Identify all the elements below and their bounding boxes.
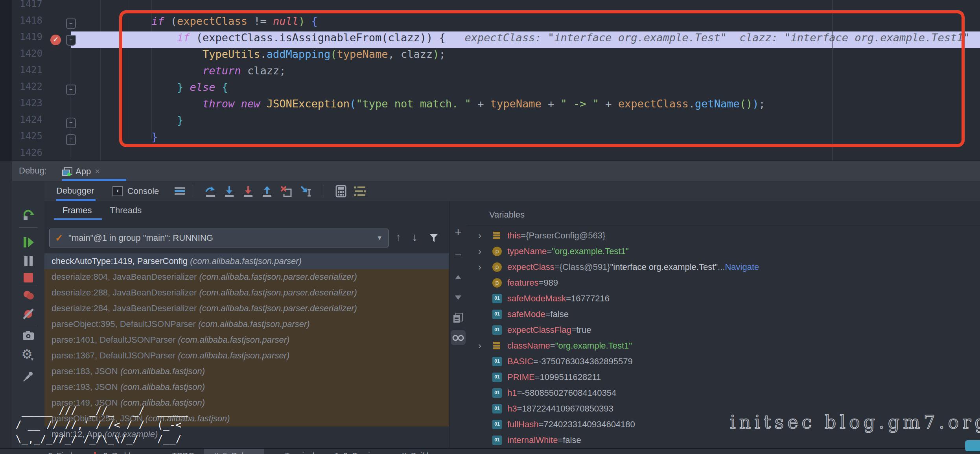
tab-debugger[interactable]: Debugger — [56, 186, 94, 197]
stack-frame-row[interactable]: parse:149, JSON (com.alibaba.fastjson) — [44, 395, 449, 411]
frame-down-button[interactable]: ↓ — [412, 231, 418, 244]
variable-name: PRIME — [507, 372, 535, 382]
gear-settings-icon[interactable]: ⚙▾ — [21, 348, 35, 363]
thread-selector-dropdown[interactable]: ✓ "main"@1 in group "main": RUNNING ▼ — [49, 229, 389, 247]
camera-thread-dump-icon[interactable] — [22, 330, 35, 341]
variable-row[interactable]: pfeatures = 989 — [466, 275, 980, 291]
stack-frame-row[interactable]: main:12, App (org.example) — [44, 426, 449, 442]
stack-frame-row[interactable]: checkAutoType:1419, ParserConfig (com.al… — [44, 253, 449, 269]
remove-watch-button[interactable]: − — [455, 248, 462, 262]
fold-marker-icon[interactable]: − — [66, 35, 76, 46]
variable-row[interactable]: 01fullHash = 7240233140934604180 — [466, 417, 980, 432]
stack-frame-row[interactable]: parse:1401, DefaultJSONParser (com.aliba… — [44, 332, 449, 348]
tab-frames[interactable]: Frames — [63, 205, 92, 216]
expand-chevron-icon[interactable]: › — [478, 246, 492, 257]
toolwindow-button-services[interactable]: ⚙0: Services — [324, 449, 392, 454]
mute-breakpoints-button[interactable] — [22, 308, 35, 320]
variable-row[interactable]: ›this = {ParserConfig@563} — [466, 228, 980, 244]
stack-frame-row[interactable]: deserialze:288, JavaBeanDeserializer (co… — [44, 285, 449, 301]
variable-row[interactable]: 01h3 = 1872244109670850393 — [466, 401, 980, 417]
layout-settings-icon[interactable] — [175, 187, 185, 195]
toolwindow-button-debug[interactable]: ✗5: Debug — [204, 449, 264, 454]
variable-row[interactable]: 01PRIME = 1099511628211 — [466, 369, 980, 385]
breakpoint-icon[interactable]: ✓ — [50, 35, 61, 45]
tab-console[interactable]: › Console — [112, 186, 159, 196]
code-line[interactable]: 1422− } else { — [0, 81, 980, 98]
variable-name: internalWhite — [507, 435, 558, 445]
variable-value: 1872244109670850393 — [522, 404, 613, 414]
duplicate-watch-icon[interactable] — [453, 313, 463, 323]
drop-frame-button[interactable] — [280, 185, 293, 197]
toolwindow-button-problems[interactable]: ❗0: Problems — [81, 449, 155, 454]
view-breakpoints-button[interactable] — [22, 290, 35, 301]
variable-value: 989 — [543, 278, 558, 288]
console-tab-label: Console — [127, 186, 159, 196]
add-watch-button[interactable]: + — [455, 225, 462, 239]
code-line[interactable]: 1424− } — [0, 114, 980, 131]
debug-icon: ✗ — [214, 452, 219, 454]
code-line[interactable]: 1425− } — [0, 131, 980, 147]
stack-frame-row[interactable]: parse:183, JSON (com.alibaba.fastjson) — [44, 364, 449, 379]
variable-row[interactable]: 01h1 = -5808550276084140354 — [466, 385, 980, 401]
stack-frame-row[interactable]: deserialze:284, JavaBeanDeserializer (co… — [44, 301, 449, 316]
force-step-into-button[interactable] — [242, 185, 254, 197]
code-line[interactable]: 1423 throw new JSONException("type not m… — [0, 98, 980, 114]
toolwindow-button-build[interactable]: ⚒Build — [392, 449, 438, 454]
pause-button[interactable] — [23, 255, 33, 267]
filter-frames-icon[interactable] — [429, 233, 439, 243]
variable-row[interactable]: ›ptypeName = "org.example.Test1" — [466, 244, 980, 259]
stack-frame-row[interactable]: parse:193, JSON (com.alibaba.fastjson) — [44, 379, 449, 395]
stack-frame-row[interactable]: parseObject:254, JSON (com.alibaba.fastj… — [44, 411, 449, 426]
move-watch-down-button[interactable] — [455, 295, 461, 300]
stack-frame-row[interactable]: parse:1367, DefaultJSONParser (com.aliba… — [44, 348, 449, 364]
evaluate-expression-button[interactable] — [335, 185, 346, 197]
frame-up-button[interactable]: ↑ — [396, 231, 401, 244]
fold-marker-icon[interactable]: − — [66, 134, 76, 145]
code-line[interactable]: 1426 — [0, 147, 980, 164]
expand-chevron-icon[interactable]: › — [478, 230, 492, 241]
expand-chevron-icon[interactable]: › — [478, 340, 492, 351]
variable-row[interactable]: 01expectClassFlag = true — [466, 322, 980, 338]
step-out-button[interactable] — [261, 185, 273, 197]
stack-frame-row[interactable]: parseObject:395, DefaultJSONParser (com.… — [44, 316, 449, 332]
close-icon[interactable]: × — [95, 166, 100, 177]
tab-threads[interactable]: Threads — [110, 205, 142, 216]
variable-row[interactable]: ›className = "org.example.Test1" — [466, 338, 980, 354]
code-line[interactable]: 1419✓− if (expectClass.isAssignableFrom(… — [0, 31, 980, 48]
variable-row[interactable]: ›pexpectClass = {Class@591} "interface o… — [466, 259, 980, 275]
variable-row[interactable]: 01safeModeMask = 16777216 — [466, 291, 980, 306]
toolwindow-button-terminal[interactable]: ▸_Terminal — [264, 449, 324, 454]
code-line[interactable]: 1418− if (expectClass != null) { — [0, 15, 980, 31]
navigate-link[interactable]: Navigate — [725, 262, 759, 272]
code-line[interactable]: 1420 TypeUtils.addMapping(typeName, claz… — [0, 48, 980, 65]
code-editor[interactable]: 14171418− if (expectClass != null) {1419… — [0, 0, 980, 161]
stop-button[interactable] — [23, 272, 34, 283]
move-watch-up-button[interactable] — [455, 275, 461, 279]
variable-name: h3 — [507, 404, 517, 414]
trace-streams-icon[interactable] — [354, 186, 367, 197]
expand-chevron-icon[interactable]: › — [478, 262, 492, 273]
variable-row[interactable]: 01safeMode = false — [466, 306, 980, 322]
fold-marker-icon[interactable]: − — [66, 18, 76, 29]
variable-row[interactable]: 01internalWhite = false — [466, 432, 980, 448]
pin-icon[interactable] — [22, 371, 34, 382]
fold-marker-icon[interactable]: − — [66, 118, 76, 128]
show-watches-button[interactable] — [451, 330, 466, 345]
stack-frame-row[interactable]: deserialze:804, JavaBeanDeserializer (co… — [44, 269, 449, 285]
code-line[interactable]: 1417 — [0, 0, 980, 15]
step-over-button[interactable] — [204, 185, 216, 197]
code-line[interactable]: 1421 return clazz; — [0, 65, 980, 81]
rerun-button[interactable] — [22, 209, 35, 221]
debug-tool-window: Debug: App × 7: Structure 2: Favorites ★ — [0, 161, 980, 454]
step-into-button[interactable] — [223, 185, 235, 197]
run-to-cursor-button[interactable] — [300, 185, 312, 197]
resume-button[interactable] — [22, 236, 34, 249]
notification-badge[interactable] — [965, 440, 980, 451]
debug-session-tab-app[interactable]: App × — [62, 164, 100, 179]
variable-row[interactable]: 01BASIC = -3750763034362895579 — [466, 354, 980, 369]
toolwindow-button-find[interactable]: ◌0: Find — [31, 449, 81, 454]
toolwindow-button-todo[interactable]: ≡TODO — [155, 449, 204, 454]
variable-name: BASIC — [507, 356, 533, 367]
problems-icon: ❗ — [91, 452, 99, 454]
fold-marker-icon[interactable]: − — [66, 85, 76, 95]
